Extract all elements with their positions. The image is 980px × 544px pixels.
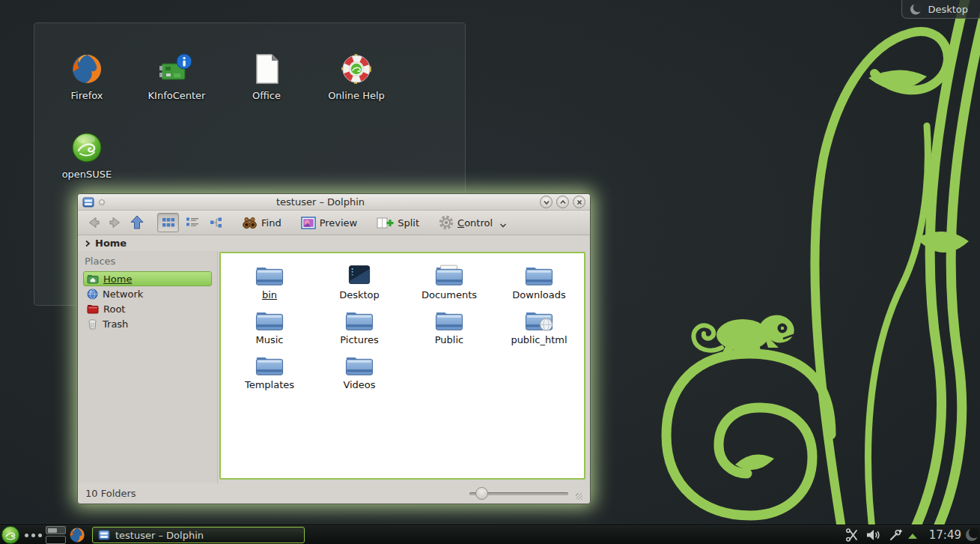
split-button[interactable]: Split — [372, 214, 424, 232]
dolphin-app-icon[interactable] — [82, 196, 94, 208]
places-item-label: Root — [103, 303, 125, 315]
places-item-network[interactable]: Network — [83, 286, 212, 301]
places-item-home[interactable]: Home — [83, 271, 212, 286]
desktop-icon-label: openSUSE — [46, 169, 127, 180]
places-item-label: Network — [103, 288, 143, 300]
preview-button[interactable]: Preview — [296, 214, 362, 232]
device-notifier-icon[interactable] — [888, 528, 903, 544]
maximize-button[interactable] — [556, 196, 569, 208]
zoom-slider-handle[interactable] — [475, 487, 488, 500]
tray-expander-icon[interactable] — [908, 534, 917, 539]
file-label: Documents — [404, 289, 494, 300]
file-item-desktop[interactable]: Desktop — [314, 262, 404, 306]
dolphin-app-icon — [98, 529, 110, 541]
folder-icon — [494, 262, 584, 286]
file-item-videos[interactable]: Videos — [314, 351, 404, 396]
file-label: Desktop — [314, 289, 404, 300]
details-view-button[interactable] — [181, 213, 203, 232]
folder-icon — [404, 306, 494, 331]
up-button[interactable] — [127, 213, 147, 232]
titlebar[interactable]: testuser – Dolphin — [78, 194, 590, 211]
file-item-documents[interactable]: Documents — [404, 262, 494, 306]
dolphin-window: testuser – Dolphin — [77, 193, 591, 504]
file-label: Templates — [225, 379, 314, 390]
volume-icon[interactable] — [865, 528, 880, 544]
find-icon — [242, 216, 258, 229]
find-label: Find — [261, 217, 281, 229]
places-item-root[interactable]: Root — [83, 301, 212, 316]
root-folder-icon — [87, 303, 99, 314]
file-item-downloads[interactable]: Downloads — [494, 262, 584, 306]
taskbar-task-dolphin[interactable]: testuser – Dolphin — [92, 527, 305, 543]
clipboard-scissors-icon[interactable] — [845, 528, 859, 544]
file-item-music[interactable]: Music — [225, 306, 314, 351]
office-icon — [226, 52, 307, 86]
pager-desktop-2[interactable] — [46, 536, 66, 544]
desktop-icon-label: Online Help — [316, 90, 397, 101]
panel-dots[interactable] — [25, 534, 42, 537]
file-label: Music — [225, 334, 314, 345]
folder-icon — [314, 351, 404, 376]
opensuse-icon — [46, 130, 127, 165]
preview-label: Preview — [320, 217, 358, 229]
control-button[interactable]: Control — [434, 213, 497, 232]
file-label: Videos — [314, 379, 404, 390]
desktop-icon-online-help[interactable]: Online Help — [316, 52, 397, 101]
chevron-down-icon — [499, 223, 507, 229]
file-label: Pictures — [314, 334, 404, 345]
close-button[interactable] — [573, 196, 585, 208]
file-item-pictures[interactable]: Pictures — [314, 306, 404, 351]
toolbox-label: Desktop — [928, 4, 968, 15]
titlebar-dot — [99, 199, 105, 205]
kinfocenter-icon — [136, 52, 217, 86]
places-panel: Places Home — [78, 251, 218, 483]
breadcrumb-current[interactable]: Home — [95, 238, 127, 249]
folder-icon — [314, 306, 404, 331]
places-item-label: Trash — [103, 318, 128, 330]
desktop: Desktop Firefox — [0, 0, 980, 544]
panel-cashew-icon[interactable] — [965, 528, 979, 544]
back-button[interactable] — [84, 213, 103, 232]
window-body: Places Home — [78, 251, 590, 483]
documents-folder-icon — [404, 262, 494, 286]
statusbar: 10 Folders — [78, 483, 590, 504]
forward-button[interactable] — [106, 213, 125, 232]
pager-desktop-1[interactable] — [46, 526, 66, 534]
main-toolbar: Find Preview — [78, 211, 590, 235]
desktop-icon-kinfocenter[interactable]: KInfoCenter — [136, 52, 217, 101]
desktop-icon-label: KInfoCenter — [136, 90, 217, 101]
control-label: Control — [457, 217, 493, 229]
desktop-icon-office[interactable]: Office — [226, 52, 307, 101]
resize-grip[interactable] — [576, 493, 582, 500]
desktop-icon-firefox[interactable]: Firefox — [46, 52, 127, 101]
desktop-icon-opensuse[interactable]: openSUSE — [46, 130, 127, 180]
breadcrumb[interactable]: Home — [78, 235, 590, 251]
find-button[interactable]: Find — [237, 214, 286, 232]
places-item-label: Home — [103, 273, 132, 285]
panel-clock[interactable]: 17:49 — [929, 528, 961, 542]
desktop-toolbox[interactable]: Desktop — [901, 0, 980, 19]
split-icon — [377, 217, 394, 229]
virtual-desktop-pager[interactable] — [46, 526, 66, 544]
file-item-templates[interactable]: Templates — [225, 351, 314, 396]
desktop-icon-label: Office — [226, 90, 307, 101]
desktop-folder-icon — [314, 262, 404, 286]
home-folder-icon — [87, 273, 99, 284]
minimize-button[interactable] — [540, 196, 553, 208]
window-title: testuser – Dolphin — [105, 196, 536, 208]
trash-icon — [87, 318, 98, 330]
icons-view-button[interactable] — [157, 213, 179, 232]
file-item-public[interactable]: Public — [404, 306, 494, 351]
file-item-public-html[interactable]: public_html — [494, 306, 584, 351]
folder-contents-view[interactable]: bin Desktop Do — [219, 252, 585, 480]
file-item-bin[interactable]: bin — [225, 262, 314, 306]
folder-icon — [225, 351, 314, 376]
preview-icon — [301, 217, 316, 229]
firefox-launcher-icon[interactable] — [69, 527, 85, 544]
columns-view-button[interactable] — [205, 213, 227, 232]
app-launcher-button[interactable] — [1, 526, 19, 544]
places-item-trash[interactable]: Trash — [83, 316, 212, 331]
zoom-slider[interactable] — [469, 492, 568, 495]
status-summary: 10 Folders — [85, 488, 136, 499]
split-label: Split — [398, 217, 419, 229]
